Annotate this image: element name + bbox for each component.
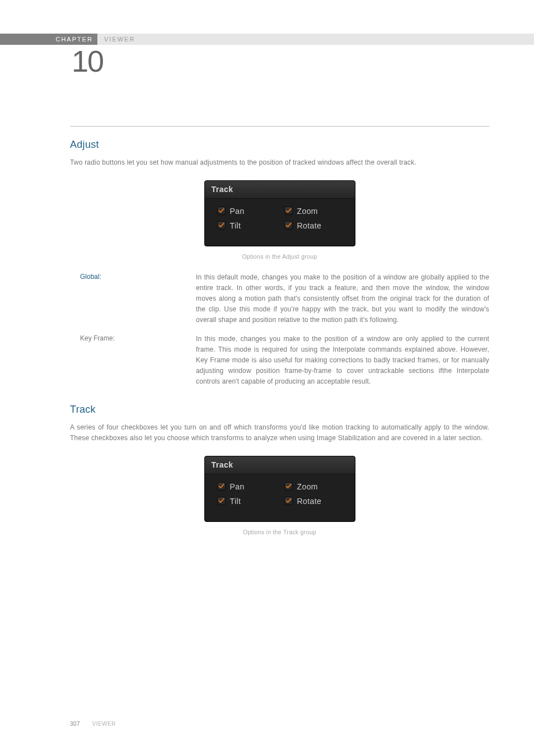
section-label: VIEWER (104, 36, 135, 43)
checkmark-icon (284, 497, 293, 505)
chapter-badge: CHAPTER (0, 34, 97, 45)
tilt-checkbox[interactable]: Tilt (217, 221, 284, 230)
panel-2-caption: Options in the Track group (70, 529, 489, 535)
keyframe-body: In this mode, changes you make to the po… (196, 334, 489, 388)
adjust-intro: Two radio buttons let you set how manual… (70, 157, 489, 168)
footer-section: VIEWER (92, 721, 115, 727)
page-number: 307 (70, 721, 80, 727)
pan-checkbox[interactable]: Pan (217, 207, 284, 216)
track-panel-2: Track Pan Zoom Tilt (204, 456, 355, 522)
divider (70, 126, 489, 127)
pan-label-2: Pan (230, 482, 245, 491)
rotate-checkbox-2[interactable]: Rotate (284, 497, 322, 506)
checkmark-icon (284, 482, 293, 491)
page-footer: 307 VIEWER (70, 721, 116, 727)
checkmark-icon (217, 497, 226, 505)
adjust-heading: Adjust (70, 139, 489, 151)
section-strip: VIEWER (97, 34, 534, 45)
rotate-label-2: Rotate (297, 497, 322, 506)
chapter-label: CHAPTER (55, 36, 93, 43)
track-intro: A series of four checkboxes let you turn… (70, 422, 489, 443)
panel-2-title: Track (205, 456, 355, 474)
tilt-label: Tilt (230, 221, 241, 230)
tilt-checkbox-2[interactable]: Tilt (217, 497, 284, 506)
checkmark-icon (217, 221, 226, 230)
global-body: In this default mode, changes you make t… (196, 272, 489, 326)
global-label: Global: (70, 272, 196, 326)
tilt-label-2: Tilt (230, 497, 241, 506)
zoom-label-2: Zoom (297, 482, 318, 491)
zoom-checkbox-2[interactable]: Zoom (284, 482, 318, 491)
keyframe-label: Key Frame: (70, 334, 196, 388)
panel-1-title: Track (205, 181, 355, 199)
pan-checkbox-2[interactable]: Pan (217, 482, 284, 491)
track-panel-1: Track Pan Zoom Tilt (204, 180, 355, 246)
rotate-checkbox[interactable]: Rotate (284, 221, 322, 230)
track-panel-1-wrap: Track Pan Zoom Tilt (70, 180, 489, 246)
pan-label: Pan (230, 207, 245, 216)
track-panel-2-wrap: Track Pan Zoom Tilt (70, 456, 489, 522)
zoom-label: Zoom (297, 207, 318, 216)
checkmark-icon (284, 221, 293, 230)
checkmark-icon (284, 207, 293, 215)
rotate-label: Rotate (297, 221, 322, 230)
chapter-number: 10 (72, 44, 103, 78)
track-heading: Track (70, 404, 489, 416)
definitions: Global: In this default mode, changes yo… (70, 272, 489, 388)
checkmark-icon (217, 207, 226, 215)
checkmark-icon (217, 482, 226, 491)
panel-1-caption: Options in the Adjust group (70, 253, 489, 260)
zoom-checkbox[interactable]: Zoom (284, 207, 318, 216)
